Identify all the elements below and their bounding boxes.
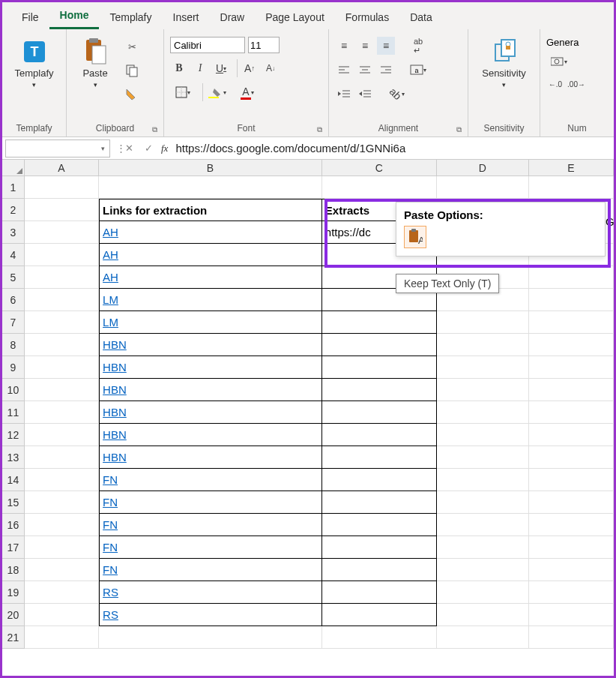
cell[interactable] [437, 469, 529, 491]
cell[interactable]: HBN [99, 401, 322, 424]
link-cell[interactable]: RS [103, 608, 118, 621]
cell[interactable]: FN [99, 514, 322, 536]
row-header[interactable]: 4 [2, 244, 25, 266]
font-name-select[interactable] [170, 37, 245, 53]
accounting-format-button[interactable]: ▾ [546, 52, 572, 70]
row-header[interactable]: 14 [2, 469, 25, 491]
cell[interactable] [437, 401, 529, 424]
link-cell[interactable]: FN [103, 518, 118, 531]
tab-home[interactable]: Home [49, 3, 100, 29]
link-cell[interactable]: LM [103, 316, 118, 328]
row-header[interactable]: 11 [2, 401, 25, 424]
row-header[interactable]: 18 [2, 559, 25, 581]
tab-file[interactable]: File [11, 5, 49, 29]
tab-draw[interactable]: Draw [210, 5, 256, 29]
cell[interactable] [25, 626, 99, 649]
cell[interactable] [322, 491, 437, 514]
cell[interactable]: LM [99, 289, 322, 311]
cell[interactable] [529, 491, 614, 514]
cell[interactable] [529, 581, 614, 604]
cell[interactable] [437, 604, 529, 626]
cell[interactable]: FN [99, 559, 322, 581]
align-center-button[interactable] [356, 61, 374, 79]
cell[interactable] [99, 176, 322, 199]
formula-input[interactable]: https://docs.google.com/document/d/1GNNi… [171, 142, 614, 154]
cell[interactable]: HBN [99, 356, 322, 379]
col-header-a[interactable]: A [25, 160, 99, 176]
cell[interactable] [437, 379, 529, 401]
cell[interactable] [437, 581, 529, 604]
cell[interactable] [437, 176, 529, 199]
col-header-e[interactable]: E [529, 160, 614, 176]
row-header[interactable]: 19 [2, 581, 25, 604]
cell[interactable]: HBN [99, 446, 322, 469]
fill-color-button[interactable]: ▾ [206, 83, 232, 101]
decrease-decimal-button[interactable]: .00→ [567, 75, 585, 93]
link-cell[interactable]: FN [103, 496, 118, 508]
cell[interactable] [25, 244, 99, 266]
row-header[interactable]: 21 [2, 626, 25, 649]
link-cell[interactable]: FN [103, 541, 118, 554]
link-cell[interactable]: AH [103, 248, 118, 261]
tab-page-layout[interactable]: Page Layout [255, 5, 335, 29]
cell[interactable] [25, 469, 99, 491]
cell[interactable] [529, 536, 614, 559]
align-bottom-button[interactable]: ≡ [377, 37, 395, 55]
row-header[interactable]: 13 [2, 446, 25, 469]
cell[interactable] [99, 626, 322, 649]
cancel-formula-button[interactable]: ✕ [119, 142, 139, 154]
cell[interactable]: LM [99, 311, 322, 334]
cell[interactable] [437, 514, 529, 536]
cell[interactable] [25, 446, 99, 469]
cell[interactable]: AH [99, 244, 322, 266]
cell[interactable] [437, 491, 529, 514]
cell[interactable] [437, 424, 529, 446]
row-header[interactable]: 2 [2, 199, 25, 221]
cell[interactable] [25, 334, 99, 356]
cell[interactable]: Links for extraction [99, 199, 322, 221]
row-header[interactable]: 12 [2, 424, 25, 446]
cell[interactable] [437, 559, 529, 581]
font-size-select[interactable] [248, 37, 280, 53]
cell[interactable] [437, 334, 529, 356]
templafy-button[interactable]: T Templafy▾ [12, 37, 57, 92]
link-cell[interactable]: HBN [103, 361, 127, 374]
cell[interactable]: HBN [99, 334, 322, 356]
align-left-button[interactable] [335, 61, 353, 79]
cell[interactable]: FN [99, 491, 322, 514]
alignment-launcher[interactable]: ⧉ [454, 125, 463, 134]
format-painter-button[interactable] [122, 85, 142, 104]
cell[interactable]: HBN [99, 424, 322, 446]
cell[interactable] [322, 379, 437, 401]
cell[interactable] [529, 469, 614, 491]
cell[interactable] [322, 626, 437, 649]
cell[interactable] [529, 559, 614, 581]
cell[interactable] [529, 401, 614, 424]
underline-button[interactable]: U▾ [212, 59, 230, 77]
enter-formula-button[interactable]: ✓ [139, 142, 158, 154]
col-header-c[interactable]: C [322, 160, 437, 176]
increase-font-button[interactable]: A↑ [241, 59, 259, 77]
cell[interactable] [25, 221, 99, 244]
row-header[interactable]: 16 [2, 514, 25, 536]
borders-button[interactable]: ▾ [170, 83, 196, 101]
link-cell[interactable]: RS [103, 586, 118, 598]
cell[interactable]: HBN [99, 379, 322, 401]
cell[interactable] [322, 536, 437, 559]
row-header[interactable]: 20 [2, 604, 25, 626]
cell[interactable] [529, 424, 614, 446]
cell[interactable] [322, 356, 437, 379]
align-right-button[interactable] [377, 61, 395, 79]
link-cell[interactable]: FN [103, 563, 118, 576]
cell[interactable] [25, 401, 99, 424]
cell[interactable] [529, 356, 614, 379]
bold-button[interactable]: B [170, 59, 188, 77]
link-cell[interactable]: HBN [103, 383, 127, 396]
name-box[interactable]: ▾ [5, 140, 110, 158]
sensitivity-button[interactable]: Sensitivity▾ [482, 37, 527, 92]
link-cell[interactable]: AH [103, 226, 118, 238]
link-cell[interactable]: FN [103, 473, 118, 486]
row-header[interactable]: 5 [2, 266, 25, 289]
row-header[interactable]: 6 [2, 289, 25, 311]
row-header[interactable]: 3 [2, 221, 25, 244]
